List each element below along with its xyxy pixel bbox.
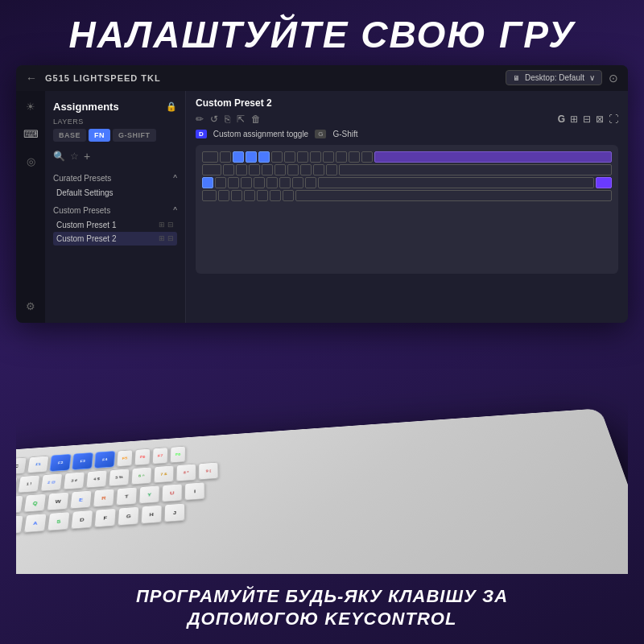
- nav-brightness-icon[interactable]: ☀: [21, 97, 40, 117]
- u-key: U: [162, 484, 183, 502]
- assignment-toggle-label: Custom assignment toggle: [213, 130, 308, 138]
- layers-row: BASE FN G-SHIFT: [45, 129, 185, 148]
- 9-key: 9 (: [198, 462, 218, 480]
- grid-icon[interactable]: ⊞: [570, 114, 578, 125]
- keyboard-visual: ESC F1 F2 F3 F4 F5 F6 F7 F8 ` ~ 1: [16, 323, 628, 574]
- nav-settings-icon[interactable]: ⚙: [21, 297, 40, 316]
- 3-key: 3 #: [63, 472, 85, 490]
- i-key: I: [184, 482, 205, 501]
- 4-key: 4 $: [86, 470, 108, 489]
- f7-key: F7: [152, 447, 168, 464]
- physical-key-rows: ESC F1 F2 F3 F4 F5 F6 F7 F8 ` ~ 1: [16, 417, 621, 535]
- tab-key: TAB: [16, 495, 24, 514]
- lock-icon: 🔒: [166, 101, 177, 112]
- curated-presets-section: Curated Presets ^ Default Settings: [45, 169, 185, 201]
- copy-icon[interactable]: ⎘: [225, 114, 230, 125]
- r-key: R: [93, 489, 114, 507]
- custom-preset-2-item[interactable]: Custom Preset 2 ⊞ ⊟: [53, 232, 177, 246]
- f4-key: F4: [94, 451, 115, 469]
- t-key: T: [116, 487, 138, 506]
- custom-presets-section: Custom Presets ^ Custom Preset 1 ⊞ ⊟ Cus…: [45, 201, 185, 247]
- 5-key: 5 %: [109, 469, 130, 487]
- search-icon[interactable]: 🔍: [53, 151, 65, 162]
- sidebar-title: Assignments: [53, 101, 119, 113]
- e-key: E: [70, 490, 93, 509]
- title-bar-right: 🖥 Desktop: Default ∨ ⊙: [506, 70, 618, 85]
- f-key: F: [94, 508, 117, 527]
- assignment-badge: D: [196, 130, 207, 138]
- expand-icon[interactable]: ⛶: [609, 114, 618, 125]
- save-icon[interactable]: ⇱: [237, 114, 245, 125]
- title-bar: ← G515 LIGHTSPEED TKL 🖥 Desktop: Default…: [16, 65, 628, 91]
- caps-key: CAPS: [16, 515, 24, 535]
- device-name: G515 LIGHTSPEED TKL: [45, 73, 497, 83]
- main-container: НАЛАШТУЙТЕ СВОЮ ГРУ ← G515 LIGHTSPEED TK…: [0, 0, 644, 644]
- f3-key: F3: [72, 452, 93, 470]
- h-key: H: [141, 505, 163, 524]
- custom-presets-label: Custom Presets ^: [53, 206, 177, 215]
- search-row: 🔍 ☆ +: [45, 148, 185, 169]
- q-key: Q: [23, 493, 47, 513]
- default-settings-item[interactable]: Default Settings: [53, 186, 177, 200]
- w-key: W: [47, 492, 69, 511]
- preset-title: Custom Preset 2: [196, 97, 618, 109]
- a-key: A: [23, 513, 47, 532]
- y-key: Y: [138, 485, 159, 504]
- g-shift-label: G-Shift: [332, 130, 357, 138]
- 1-key: 1 !: [18, 475, 40, 493]
- esc-key: ESC: [16, 457, 27, 476]
- top-heading: НАЛАШТУЙТЕ СВОЮ ГРУ: [0, 0, 644, 65]
- undo-icon[interactable]: ↺: [210, 114, 218, 125]
- f1-key: F1: [27, 456, 49, 473]
- g-key: G: [118, 506, 139, 526]
- user-icon[interactable]: ⊙: [609, 72, 618, 85]
- bottom-heading: ПРОГРАМУЙТЕ БУДЬ-ЯКУ КЛАВІШУ ЗА ДОПОМОГО…: [0, 574, 644, 644]
- toolbar-left: ✏ ↺ ⎘ ⇱ 🗑: [196, 114, 261, 125]
- profile-dropdown[interactable]: 🖥 Desktop: Default ∨: [506, 70, 602, 85]
- key-grid: [202, 151, 612, 267]
- layers-label: Layers: [45, 118, 185, 129]
- custom-preset-1-item[interactable]: Custom Preset 1 ⊞ ⊟: [53, 218, 177, 232]
- chevron-down-icon: ∨: [589, 73, 595, 82]
- j-key: J: [164, 503, 185, 522]
- app-body: ☀ ⌨ ◎ ⚙ Assignments 🔒 Layers BASE FN: [16, 91, 628, 323]
- chevron-up-icon-2: ^: [173, 206, 177, 215]
- columns-icon[interactable]: ⊠: [596, 114, 604, 125]
- toolbar-row: ✏ ↺ ⎘ ⇱ 🗑 G ⊞ ⊟ ⊠ ⛶: [196, 114, 618, 125]
- preset-1-icons: ⊞ ⊟: [159, 221, 174, 229]
- back-button[interactable]: ←: [26, 72, 37, 85]
- 8-key: 8 *: [176, 464, 196, 481]
- delete-icon[interactable]: 🗑: [251, 114, 261, 125]
- assignment-row: D Custom assignment toggle G G-Shift: [196, 130, 618, 138]
- sidebar-header: Assignments 🔒: [45, 97, 185, 118]
- preset-2-icons: ⊞ ⊟: [159, 234, 174, 242]
- d-key: D: [71, 510, 93, 529]
- app-window: ← G515 LIGHTSPEED TKL 🖥 Desktop: Default…: [16, 65, 628, 323]
- toolbar-right: G ⊞ ⊟ ⊠ ⛶: [558, 114, 618, 125]
- layer-base-button[interactable]: BASE: [53, 129, 86, 142]
- f2-key: F2: [49, 454, 71, 472]
- s-key: S: [47, 511, 71, 530]
- left-nav: ☀ ⌨ ◎ ⚙: [16, 91, 45, 323]
- layer-gshift-button[interactable]: G-SHIFT: [113, 129, 156, 142]
- edit-icon[interactable]: ✏: [196, 114, 204, 125]
- g-logo-icon: G: [558, 114, 565, 125]
- 6-key: 6 ^: [131, 467, 152, 485]
- layout-icon[interactable]: ⊟: [583, 114, 591, 125]
- f5-key: F5: [117, 449, 134, 467]
- add-icon[interactable]: +: [84, 150, 90, 163]
- nav-profile-icon[interactable]: ◎: [21, 152, 40, 171]
- curated-presets-label: Curated Presets ^: [53, 174, 177, 183]
- keyboard-preview: [196, 145, 618, 274]
- f8-key: F8: [170, 446, 186, 463]
- right-content: Custom Preset 2 ✏ ↺ ⎘ ⇱ 🗑 G ⊞ ⊟: [186, 91, 628, 323]
- star-icon[interactable]: ☆: [70, 151, 79, 162]
- sidebar: Assignments 🔒 Layers BASE FN G-SHIFT 🔍 ☆…: [45, 91, 186, 323]
- chevron-up-icon: ^: [173, 174, 177, 183]
- 7-key: 7 &: [154, 465, 175, 483]
- layer-fn-button[interactable]: FN: [89, 129, 110, 142]
- keyboard-body: ESC F1 F2 F3 F4 F5 F6 F7 F8 ` ~ 1: [16, 408, 628, 574]
- nav-keyboard-icon[interactable]: ⌨: [21, 125, 40, 144]
- f6-key: F6: [134, 448, 151, 465]
- main-content: ← G515 LIGHTSPEED TKL 🖥 Desktop: Default…: [0, 65, 644, 574]
